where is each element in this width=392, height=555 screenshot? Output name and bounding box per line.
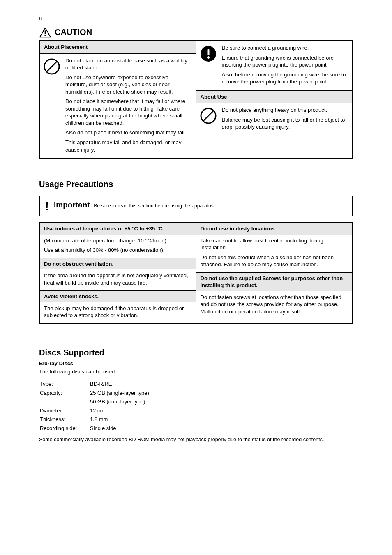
page-number: 8 (39, 16, 42, 22)
grounding-p3: Also, before removing the grounding wire… (222, 71, 348, 85)
placement-text: Do not place on an unstable base such as… (65, 57, 192, 154)
grounding-body: Be sure to connect a grounding wire. Ens… (196, 41, 353, 91)
spec-value: Single side (90, 424, 149, 433)
spec-label (40, 398, 89, 406)
usage-left-b2: If the area around the apparatus is not … (40, 269, 196, 290)
caution-left-column: About Placement Do not place on an unsta… (40, 41, 196, 158)
disc-spec-table: Type:BD-R/RE Capacity:25 GB (single-laye… (39, 379, 150, 433)
warning-triangle-icon (39, 27, 51, 38)
placement-p2: Do not use anywhere exposed to excessive… (65, 74, 192, 96)
placement-header: About Placement (40, 41, 196, 54)
svg-rect-5 (207, 49, 209, 55)
placement-p5: This apparatus may fall and be damaged, … (65, 139, 192, 153)
blu-ray-sub: Blu-ray Discs (39, 360, 353, 367)
usage-right-b2-p1: Do not fasten screws at locations other … (201, 294, 348, 315)
svg-line-3 (47, 62, 57, 71)
usage-left-b3: The pickup may be damaged if the apparat… (40, 302, 196, 323)
about-use-p1: Do not place anything heavy on this prod… (222, 106, 348, 114)
spec-label: Type: (40, 380, 89, 388)
prohibit-icon (200, 107, 217, 124)
usage-right-column: Do not use in dusty locations. Take care… (196, 223, 353, 323)
spec-label: Diameter: (40, 407, 89, 415)
about-use-p2: Balance may be lost causing it to fall o… (222, 116, 348, 131)
placement-p3: Do not place it somewhere that it may fa… (65, 98, 192, 127)
exclamation-icon: ! (45, 200, 49, 212)
usage-right-b2: Do not fasten screws at locations other … (196, 291, 353, 320)
usage-left-b1-p2: Use at a humidity of 30% - 80% (no conde… (44, 246, 192, 254)
usage-right-h2: Do not use the supplied Screws for purpo… (196, 272, 353, 291)
table-row: Thickness:1.2 mm (40, 415, 149, 424)
usage-right-b1-p2: Do not use this product when a disc hold… (201, 254, 348, 268)
table-row: 50 GB (dual-layer type) (40, 398, 149, 406)
usage-left-b1-p1: (Maximum rate of temperature change: 10 … (44, 237, 192, 244)
placement-p1: Do not place on an unstable base such as… (65, 57, 192, 71)
spec-value: BD-R/RE (90, 380, 149, 388)
spec-value: 25 GB (single-layer type) (90, 389, 149, 397)
caution-right-column: Be sure to connect a grounding wire. Ens… (196, 41, 353, 158)
discs-intro: The following discs can be used. (39, 368, 353, 375)
spec-label: Thickness: (40, 415, 89, 424)
about-use-header: About Use (196, 91, 353, 104)
table-row: Recording side:Single side (40, 424, 149, 433)
placement-body: Do not place on an unstable base such as… (40, 54, 196, 159)
usage-left-h1: Use indoors at temperatures of +5 °C to … (40, 223, 196, 235)
usage-right-b1-p1: Take care not to allow dust to enter, in… (201, 237, 348, 251)
grounding-text: Be sure to connect a grounding wire. Ens… (222, 44, 348, 85)
svg-rect-0 (45, 30, 46, 34)
svg-rect-1 (45, 35, 46, 36)
usage-left-column: Use indoors at temperatures of +5 °C to … (40, 223, 196, 323)
discs-supported-heading: Discs Supported (39, 347, 353, 358)
caution-heading: CAUTION (39, 27, 353, 38)
caution-heading-text: CAUTION (55, 27, 92, 38)
usage-table: Use indoors at temperatures of +5 °C to … (39, 222, 353, 324)
grounding-p1: Be sure to connect a grounding wire. (222, 44, 348, 52)
important-box: ! Important Be sure to read this section… (39, 196, 353, 216)
usage-left-b2-p1: If the area around the apparatus is not … (44, 272, 192, 286)
usage-left-b1: (Maximum rate of temperature change: 10 … (40, 235, 196, 258)
usage-left-h2: Do not obstruct ventilation. (40, 258, 196, 270)
about-use-text: Do not place anything heavy on this prod… (222, 106, 348, 131)
usage-left-h3: Avoid violent shocks. (40, 290, 196, 302)
spec-value: 12 cm (90, 407, 149, 415)
caution-box: About Placement Do not place on an unsta… (39, 40, 353, 159)
table-row: Type:BD-R/RE (40, 380, 149, 388)
important-sub: Be sure to read this section before usin… (94, 203, 215, 209)
usage-right-h1: Do not use in dusty locations. (196, 223, 353, 235)
mandatory-icon (200, 45, 217, 62)
usage-right-b1: Take care not to allow dust to enter, in… (196, 235, 353, 272)
table-row: Diameter:12 cm (40, 407, 149, 415)
table-row: Capacity:25 GB (single-layer type) (40, 389, 149, 397)
usage-precautions-heading: Usage Precautions (39, 179, 353, 190)
spec-value: 50 GB (dual-layer type) (90, 398, 149, 406)
spec-label: Capacity: (40, 389, 89, 397)
important-label: Important (54, 200, 90, 209)
spec-value: 1.2 mm (90, 415, 149, 424)
svg-point-6 (207, 56, 210, 59)
disc-note: Some commercially available recorded BD-… (39, 436, 353, 443)
about-use-body: Do not place anything heavy on this prod… (196, 103, 353, 136)
svg-line-8 (203, 111, 213, 121)
spec-label: Recording side: (40, 424, 89, 433)
prohibit-icon (43, 58, 60, 75)
usage-left-b3-p1: The pickup may be damaged if the apparat… (44, 305, 192, 319)
grounding-p2: Ensure that grounding wire is connected … (222, 54, 348, 69)
placement-p4: Also do not place it next to something t… (65, 129, 192, 136)
